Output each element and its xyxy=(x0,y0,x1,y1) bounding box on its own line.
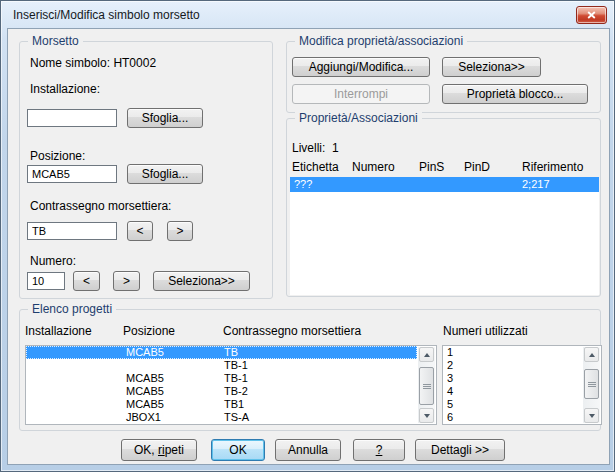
symbol-name-value: HT0002 xyxy=(113,56,156,70)
cell-contrassegno: TB1 xyxy=(224,398,244,411)
dettagli-button[interactable]: Dettagli >> xyxy=(415,439,505,461)
dettagli-button-label: Dettagli >> xyxy=(431,443,489,457)
scroll-up-icon xyxy=(589,353,595,357)
column-header-numeri-utilizzati: Numeri utilizzati xyxy=(443,324,528,338)
proprieta-blocco-button-label: Proprietà blocco... xyxy=(467,87,564,101)
contrassegno-label: Contrassegno morsettiera: xyxy=(30,199,171,213)
annulla-button-label: Annulla xyxy=(288,443,328,457)
installazione-input[interactable] xyxy=(27,109,117,127)
group-morsetto: Morsetto Nome simbolo: HT0002 Installazi… xyxy=(19,41,273,299)
cell-contrassegno: TB-1 xyxy=(224,359,248,372)
scroll-up-icon xyxy=(424,353,430,357)
chevron-left-icon: < xyxy=(83,274,90,288)
sfoglia-posizione-button[interactable]: Sfoglia... xyxy=(127,164,203,184)
scroll-down-button[interactable] xyxy=(584,408,599,423)
seleziona-button-label: Seleziona>> xyxy=(458,60,525,74)
cell-posizione: MCAB5 xyxy=(126,398,164,411)
ok-button[interactable]: OK xyxy=(211,439,265,461)
cell-posizione: MCAB5 xyxy=(126,372,164,385)
seleziona-numero-button[interactable]: Seleziona>> xyxy=(153,271,250,291)
column-header-pins: PinS xyxy=(419,160,444,174)
scroll-up-button[interactable] xyxy=(584,347,599,362)
scroll-up-button[interactable] xyxy=(419,347,434,362)
group-modifica-proprieta: Modifica proprietà/associazioni Aggiungi… xyxy=(286,41,601,113)
numero-input[interactable] xyxy=(27,272,65,290)
scrollbar-thumb[interactable] xyxy=(419,367,434,405)
numeri-list-item[interactable]: 6 xyxy=(443,411,601,424)
cell-riferimento: 2;217 xyxy=(522,177,550,192)
interrompi-button-label: Interrompi xyxy=(334,87,388,101)
contrassegno-input[interactable] xyxy=(27,222,117,240)
column-header-posizione: Posizione xyxy=(123,324,175,338)
numero-next-button[interactable]: > xyxy=(113,271,140,291)
numeri-utilizzati-list[interactable]: 1 2 3 4 5 6 xyxy=(442,345,602,425)
numeri-list-item[interactable]: 4 xyxy=(443,385,601,398)
posizione-label: Posizione: xyxy=(30,149,85,163)
cell-contrassegno: TB-2 xyxy=(224,385,248,398)
titlebar[interactable]: Inserisci/Modifica simbolo morsetto xyxy=(1,1,614,29)
help-button[interactable]: ? xyxy=(353,439,405,461)
cell-etichetta: ??? xyxy=(294,177,312,192)
seleziona-button[interactable]: Seleziona>> xyxy=(442,57,541,77)
scrollbar-thumb[interactable] xyxy=(584,369,599,399)
progetti-list[interactable]: MCAB5 TB TB-1 MCAB5 TB-1 MCAB5 TB-2 xyxy=(25,345,437,425)
annulla-button[interactable]: Annulla xyxy=(275,439,341,461)
group-modifica-label: Modifica proprietà/associazioni xyxy=(295,34,467,48)
group-morsetto-label: Morsetto xyxy=(28,34,83,48)
progetti-list-row[interactable]: MCAB5 TB-2 xyxy=(26,385,417,398)
dialog-window: Inserisci/Modifica simbolo morsetto Mors… xyxy=(0,0,615,472)
scroll-down-icon xyxy=(589,414,595,418)
numeri-list-item[interactable]: 3 xyxy=(443,372,601,385)
livelli-label: Livelli: xyxy=(292,141,325,155)
scroll-down-button[interactable] xyxy=(419,408,434,423)
seleziona-numero-button-label: Seleziona>> xyxy=(168,274,235,288)
chevron-right-icon: > xyxy=(123,274,130,288)
ok-button-label: OK xyxy=(229,443,246,457)
column-header-etichetta: Etichetta xyxy=(292,160,339,174)
numeri-list-item[interactable]: 1 xyxy=(443,346,601,359)
progetti-list-row[interactable]: MCAB5 TB xyxy=(26,346,417,359)
cell-posizione: JBOX1 xyxy=(126,411,161,424)
group-proprieta-label: Proprietà/Associazioni xyxy=(295,111,422,125)
interrompi-button: Interrompi xyxy=(292,84,430,104)
proprieta-blocco-button[interactable]: Proprietà blocco... xyxy=(442,84,588,104)
numero-label: Numero: xyxy=(30,254,76,268)
proprieta-list[interactable]: ??? 2;217 xyxy=(290,177,599,295)
progetti-list-row[interactable]: MCAB5 TB-1 xyxy=(26,372,417,385)
window-title: Inserisci/Modifica simbolo morsetto xyxy=(13,8,200,22)
symbol-name-label: Nome simbolo: xyxy=(30,56,110,70)
progetti-list-row[interactable]: TB-1 xyxy=(26,359,417,372)
sfoglia-installazione-button-label: Sfoglia... xyxy=(142,111,189,125)
sfoglia-installazione-button[interactable]: Sfoglia... xyxy=(127,108,203,128)
sfoglia-posizione-button-label: Sfoglia... xyxy=(142,167,189,181)
column-header-installazione: Installazione xyxy=(25,324,92,338)
progetti-list-row[interactable]: JBOX1 TS-A xyxy=(26,411,417,424)
thumb-grip-icon xyxy=(588,382,596,387)
contrassegno-next-button[interactable]: > xyxy=(167,221,193,241)
ok-ripeti-button[interactable]: OK, ripeti xyxy=(121,439,197,461)
cell-contrassegno: TB-1 xyxy=(224,372,248,385)
cell-posizione: MCAB5 xyxy=(126,346,164,359)
posizione-input[interactable] xyxy=(27,165,117,183)
livelli-value: 1 xyxy=(332,141,339,155)
numero-prev-button[interactable]: < xyxy=(73,271,100,291)
cell-posizione: MCAB5 xyxy=(126,385,164,398)
scroll-down-icon xyxy=(424,414,430,418)
progetti-list-row[interactable]: MCAB5 TB1 xyxy=(26,398,417,411)
column-header-contrassegno: Contrassegno morsettiera xyxy=(223,324,361,338)
numeri-list-item[interactable]: 5 xyxy=(443,398,601,411)
chevron-right-icon: > xyxy=(176,224,183,238)
cell-contrassegno: TS-A xyxy=(224,411,249,424)
contrassegno-prev-button[interactable]: < xyxy=(127,221,153,241)
cell-contrassegno: TB xyxy=(224,346,238,359)
proprieta-list-row[interactable]: ??? 2;217 xyxy=(290,177,599,192)
ok-ripeti-button-label: OK, ripeti xyxy=(134,443,184,457)
symbol-name-row: Nome simbolo: HT0002 xyxy=(30,56,156,70)
dialog-body: Morsetto Nome simbolo: HT0002 Installazi… xyxy=(8,29,609,464)
column-header-riferimento: Riferimento xyxy=(522,160,583,174)
vertical-scrollbar[interactable] xyxy=(583,347,600,423)
close-button[interactable] xyxy=(576,6,607,24)
aggiungi-modifica-button[interactable]: Aggiungi/Modifica... xyxy=(292,57,430,77)
vertical-scrollbar[interactable] xyxy=(418,347,435,423)
numeri-list-item[interactable]: 2 xyxy=(443,359,601,372)
